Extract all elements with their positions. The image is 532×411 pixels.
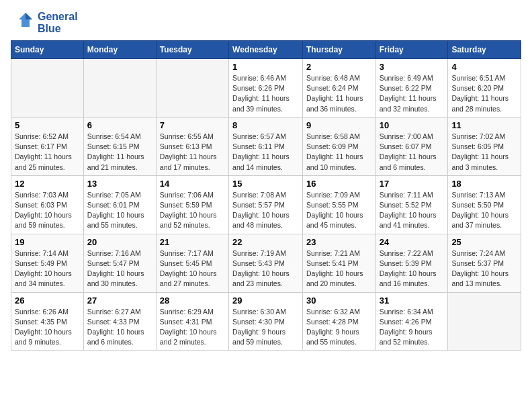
calendar-cell: 1Sunrise: 6:46 AM Sunset: 6:26 PM Daylig… (229, 59, 303, 118)
day-info: Sunrise: 6:29 AM Sunset: 4:31 PM Dayligh… (160, 307, 225, 348)
logo-text: GeneralBlue (38, 11, 78, 34)
day-info: Sunrise: 6:55 AM Sunset: 6:13 PM Dayligh… (160, 132, 225, 173)
day-info: Sunrise: 6:57 AM Sunset: 6:11 PM Dayligh… (232, 132, 299, 173)
day-info: Sunrise: 7:11 AM Sunset: 5:52 PM Dayligh… (380, 190, 445, 231)
day-info: Sunrise: 6:52 AM Sunset: 6:17 PM Dayligh… (15, 132, 80, 173)
calendar-cell: 5Sunrise: 6:52 AM Sunset: 6:17 PM Daylig… (11, 117, 84, 175)
header-wednesday: Wednesday (229, 41, 303, 59)
calendar-cell: 30Sunrise: 6:32 AM Sunset: 4:28 PM Dayli… (302, 292, 375, 351)
day-number: 1 (232, 62, 299, 72)
day-info: Sunrise: 7:24 AM Sunset: 5:37 PM Dayligh… (451, 248, 517, 289)
day-number: 2 (306, 62, 372, 72)
day-number: 26 (15, 295, 80, 306)
day-info: Sunrise: 6:46 AM Sunset: 6:26 PM Dayligh… (232, 73, 299, 114)
calendar-cell: 21Sunrise: 7:17 AM Sunset: 5:45 PM Dayli… (156, 234, 228, 292)
calendar-cell: 13Sunrise: 7:05 AM Sunset: 6:01 PM Dayli… (83, 175, 156, 234)
calendar-cell: 19Sunrise: 7:14 AM Sunset: 5:49 PM Dayli… (11, 234, 84, 292)
day-info: Sunrise: 7:09 AM Sunset: 5:55 PM Dayligh… (306, 190, 372, 231)
day-info: Sunrise: 7:21 AM Sunset: 5:41 PM Dayligh… (306, 248, 372, 289)
day-number: 17 (380, 179, 445, 189)
day-info: Sunrise: 7:22 AM Sunset: 5:39 PM Dayligh… (380, 248, 445, 289)
calendar-cell: 2Sunrise: 6:48 AM Sunset: 6:24 PM Daylig… (302, 59, 375, 118)
day-number: 24 (380, 237, 445, 247)
calendar-table: SundayMondayTuesdayWednesdayThursdayFrid… (11, 40, 521, 351)
header-thursday: Thursday (302, 41, 375, 59)
day-info: Sunrise: 7:13 AM Sunset: 5:50 PM Dayligh… (451, 190, 517, 231)
calendar-cell: 11Sunrise: 7:02 AM Sunset: 6:05 PM Dayli… (448, 117, 521, 175)
day-info: Sunrise: 6:54 AM Sunset: 6:15 PM Dayligh… (87, 132, 152, 173)
week-row-2: 5Sunrise: 6:52 AM Sunset: 6:17 PM Daylig… (11, 117, 521, 175)
calendar-cell: 9Sunrise: 6:58 AM Sunset: 6:09 PM Daylig… (302, 117, 375, 175)
calendar-cell (11, 59, 84, 118)
day-info: Sunrise: 7:02 AM Sunset: 6:05 PM Dayligh… (451, 132, 517, 173)
day-info: Sunrise: 7:14 AM Sunset: 5:49 PM Dayligh… (15, 248, 80, 289)
day-info: Sunrise: 6:32 AM Sunset: 4:28 PM Dayligh… (306, 307, 372, 348)
calendar-cell: 7Sunrise: 6:55 AM Sunset: 6:13 PM Daylig… (156, 117, 228, 175)
day-number: 10 (380, 120, 445, 130)
day-number: 15 (232, 179, 299, 189)
calendar-cell: 17Sunrise: 7:11 AM Sunset: 5:52 PM Dayli… (375, 175, 448, 234)
calendar-cell: 10Sunrise: 7:00 AM Sunset: 6:07 PM Dayli… (375, 117, 448, 175)
logo-icon (11, 11, 35, 35)
header-row: SundayMondayTuesdayWednesdayThursdayFrid… (11, 41, 521, 59)
calendar-cell: 28Sunrise: 6:29 AM Sunset: 4:31 PM Dayli… (156, 292, 228, 351)
calendar-cell: 22Sunrise: 7:19 AM Sunset: 5:43 PM Dayli… (229, 234, 303, 292)
day-number: 7 (160, 120, 225, 130)
day-info: Sunrise: 6:34 AM Sunset: 4:26 PM Dayligh… (380, 307, 445, 348)
calendar-cell: 16Sunrise: 7:09 AM Sunset: 5:55 PM Dayli… (302, 175, 375, 234)
calendar-cell: 25Sunrise: 7:24 AM Sunset: 5:37 PM Dayli… (448, 234, 521, 292)
day-info: Sunrise: 6:51 AM Sunset: 6:20 PM Dayligh… (451, 73, 517, 114)
day-info: Sunrise: 6:30 AM Sunset: 4:30 PM Dayligh… (232, 307, 299, 348)
calendar-cell: 4Sunrise: 6:51 AM Sunset: 6:20 PM Daylig… (448, 59, 521, 118)
day-info: Sunrise: 7:06 AM Sunset: 5:59 PM Dayligh… (160, 190, 225, 231)
calendar-cell: 3Sunrise: 6:49 AM Sunset: 6:22 PM Daylig… (375, 59, 448, 118)
calendar-cell: 29Sunrise: 6:30 AM Sunset: 4:30 PM Dayli… (229, 292, 303, 351)
day-number: 28 (160, 295, 225, 306)
day-info: Sunrise: 6:27 AM Sunset: 4:33 PM Dayligh… (87, 307, 152, 348)
calendar-cell: 18Sunrise: 7:13 AM Sunset: 5:50 PM Dayli… (448, 175, 521, 234)
logo: GeneralBlue (11, 11, 78, 35)
day-number: 25 (451, 237, 517, 247)
calendar-cell: 12Sunrise: 7:03 AM Sunset: 6:03 PM Dayli… (11, 175, 84, 234)
day-number: 16 (306, 179, 372, 189)
day-info: Sunrise: 6:26 AM Sunset: 4:35 PM Dayligh… (15, 307, 80, 348)
week-row-4: 19Sunrise: 7:14 AM Sunset: 5:49 PM Dayli… (11, 234, 521, 292)
calendar-cell (448, 292, 521, 351)
day-number: 4 (451, 62, 517, 72)
day-number: 3 (380, 62, 445, 72)
day-number: 21 (160, 237, 225, 247)
day-number: 29 (232, 295, 299, 306)
day-number: 19 (15, 237, 80, 247)
day-info: Sunrise: 6:48 AM Sunset: 6:24 PM Dayligh… (306, 73, 372, 114)
day-info: Sunrise: 7:08 AM Sunset: 5:57 PM Dayligh… (232, 190, 299, 231)
header-friday: Friday (375, 41, 448, 59)
day-number: 14 (160, 179, 225, 189)
day-info: Sunrise: 7:17 AM Sunset: 5:45 PM Dayligh… (160, 248, 225, 289)
day-number: 8 (232, 120, 299, 130)
day-number: 31 (380, 295, 445, 306)
calendar-cell: 14Sunrise: 7:06 AM Sunset: 5:59 PM Dayli… (156, 175, 228, 234)
header-monday: Monday (83, 41, 156, 59)
calendar-cell: 24Sunrise: 7:22 AM Sunset: 5:39 PM Dayli… (375, 234, 448, 292)
day-number: 6 (87, 120, 152, 130)
day-number: 13 (87, 179, 152, 189)
calendar-cell: 15Sunrise: 7:08 AM Sunset: 5:57 PM Dayli… (229, 175, 303, 234)
week-row-3: 12Sunrise: 7:03 AM Sunset: 6:03 PM Dayli… (11, 175, 521, 234)
calendar-cell: 8Sunrise: 6:57 AM Sunset: 6:11 PM Daylig… (229, 117, 303, 175)
header-tuesday: Tuesday (156, 41, 228, 59)
day-number: 27 (87, 295, 152, 306)
day-info: Sunrise: 7:00 AM Sunset: 6:07 PM Dayligh… (380, 132, 445, 173)
calendar-cell: 20Sunrise: 7:16 AM Sunset: 5:47 PM Dayli… (83, 234, 156, 292)
calendar-cell (156, 59, 228, 118)
day-number: 5 (15, 120, 80, 130)
day-info: Sunrise: 7:05 AM Sunset: 6:01 PM Dayligh… (87, 190, 152, 231)
day-number: 30 (306, 295, 372, 306)
calendar-cell: 31Sunrise: 6:34 AM Sunset: 4:26 PM Dayli… (375, 292, 448, 351)
calendar-cell: 6Sunrise: 6:54 AM Sunset: 6:15 PM Daylig… (83, 117, 156, 175)
week-row-1: 1Sunrise: 6:46 AM Sunset: 6:26 PM Daylig… (11, 59, 521, 118)
day-info: Sunrise: 7:03 AM Sunset: 6:03 PM Dayligh… (15, 190, 80, 231)
week-row-5: 26Sunrise: 6:26 AM Sunset: 4:35 PM Dayli… (11, 292, 521, 351)
day-number: 9 (306, 120, 372, 130)
day-number: 22 (232, 237, 299, 247)
day-number: 20 (87, 237, 152, 247)
